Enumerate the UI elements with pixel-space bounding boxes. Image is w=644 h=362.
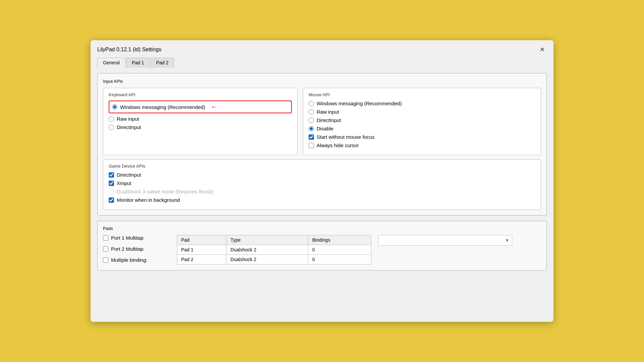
multiple-binding-row: Multiple binding: xyxy=(103,257,170,263)
mouse-always-hide-cursor-row: Always hide cursor xyxy=(309,142,535,148)
mouse-start-without-focus-row: Start without mouse focus xyxy=(309,134,535,140)
pads-section: Pads Port 1 Multitap Port 2 Multitap Mul… xyxy=(97,221,547,270)
port2-multitap-row: Port 2 Multitap xyxy=(103,246,170,252)
mouse-directinput-row: DirectInput xyxy=(309,117,535,123)
port1-multitap-row: Port 1 Multitap xyxy=(103,235,170,241)
col-pad: Pad xyxy=(177,235,226,245)
mouse-raw-input-radio[interactable] xyxy=(309,109,314,115)
row2-pad: Pad 2 xyxy=(177,255,226,264)
mouse-start-without-focus-label[interactable]: Start without mouse focus xyxy=(317,134,375,140)
tab-general[interactable]: General xyxy=(97,58,125,68)
multiple-binding-label[interactable]: Multiple binding: xyxy=(111,257,147,263)
keyboard-directinput-label[interactable]: DirectInput xyxy=(117,124,141,130)
game-dualshock-label: DualShock 3 native mode (Requires libusb… xyxy=(117,189,213,194)
game-device-apis-title: Game Device APIs xyxy=(109,164,535,169)
row2-type: Dualshock 2 xyxy=(226,255,308,264)
mouse-always-hide-cursor-label[interactable]: Always hide cursor xyxy=(317,142,359,148)
mouse-api-title: Mouse API xyxy=(309,92,535,97)
mouse-directinput-label[interactable]: DirectInput xyxy=(317,117,341,123)
game-monitor-background-label[interactable]: Monitor when in background xyxy=(117,197,180,203)
keyboard-windows-messaging-radio[interactable] xyxy=(112,104,117,110)
keyboard-raw-input-radio[interactable] xyxy=(109,116,114,122)
game-dualshock-row: DualShock 3 native mode (Requires libusb… xyxy=(109,189,535,194)
mouse-raw-input-row: Raw input xyxy=(309,109,535,115)
title-bar: LilyPad 0.12.1 (ld) Settings ✕ xyxy=(91,40,553,54)
game-directinput-row: DirectInput xyxy=(109,172,535,178)
input-apis-row: Keyboard API Windows messaging (Recommen… xyxy=(103,88,541,155)
mouse-raw-input-label[interactable]: Raw input xyxy=(317,109,339,115)
mouse-start-without-focus-checkbox[interactable] xyxy=(309,134,314,140)
game-directinput-checkbox[interactable] xyxy=(109,172,114,178)
mouse-disable-radio[interactable] xyxy=(309,126,314,131)
pads-table-wrapper: Pad Type Bindings Pad 1 Dualshock 2 0 xyxy=(177,235,371,264)
keyboard-windows-messaging-label[interactable]: Windows messaging (Recommended) xyxy=(120,104,205,110)
game-monitor-background-row: Monitor when in background xyxy=(109,197,535,203)
port2-multitap-label[interactable]: Port 2 Multitap xyxy=(111,246,144,252)
window-title: LilyPad 0.12.1 (ld) Settings xyxy=(97,47,161,53)
close-button[interactable]: ✕ xyxy=(537,45,547,54)
game-monitor-background-checkbox[interactable] xyxy=(109,197,114,203)
multiple-binding-checkbox[interactable] xyxy=(103,257,108,263)
keyboard-directinput-row: DirectInput xyxy=(109,124,292,130)
game-xinput-row: XInput xyxy=(109,180,535,186)
table-row[interactable]: Pad 2 Dualshock 2 0 xyxy=(177,255,371,264)
dropdown-stub[interactable]: ▼ xyxy=(378,235,512,246)
tab-bar: General Pad 1 Pad 2 xyxy=(91,54,553,68)
input-apis-title: Input APIs xyxy=(103,79,541,84)
tab-pad1[interactable]: Pad 1 xyxy=(126,58,150,68)
arrow-icon: ← xyxy=(210,103,218,111)
game-dualshock-checkbox xyxy=(109,189,114,194)
keyboard-directinput-radio[interactable] xyxy=(109,125,114,130)
game-directinput-label[interactable]: DirectInput xyxy=(117,172,141,178)
pads-title: Pads xyxy=(103,226,541,231)
dropdown-arrow-icon: ▼ xyxy=(505,238,509,243)
port1-multitap-checkbox[interactable] xyxy=(103,235,108,241)
content-area: Input APIs Keyboard API Windows messagin… xyxy=(91,68,553,277)
col-bindings: Bindings xyxy=(308,235,371,245)
tab-pad2[interactable]: Pad 2 xyxy=(150,58,174,68)
port2-multitap-checkbox[interactable] xyxy=(103,246,108,252)
port1-multitap-label[interactable]: Port 1 Multitap xyxy=(111,235,144,241)
keyboard-api-box: Keyboard API Windows messaging (Recommen… xyxy=(103,88,298,155)
mouse-windows-messaging-label[interactable]: Windows messaging (Recommended) xyxy=(317,101,401,106)
pads-row: Port 1 Multitap Port 2 Multitap Multiple… xyxy=(103,235,541,265)
game-xinput-label[interactable]: XInput xyxy=(117,180,131,186)
mouse-always-hide-cursor-checkbox[interactable] xyxy=(309,143,314,148)
input-apis-section: Input APIs Keyboard API Windows messagin… xyxy=(97,73,547,216)
row1-bindings: 0 xyxy=(308,245,371,255)
mouse-disable-label[interactable]: Disable xyxy=(317,126,333,131)
row1-pad: Pad 1 xyxy=(177,245,226,255)
mouse-directinput-radio[interactable] xyxy=(309,118,314,123)
mouse-windows-messaging-radio[interactable] xyxy=(309,101,314,106)
row1-type: Dualshock 2 xyxy=(226,245,308,255)
game-device-apis-box: Game Device APIs DirectInput XInput Dual… xyxy=(103,159,541,210)
mouse-api-box: Mouse API Windows messaging (Recommended… xyxy=(303,88,541,155)
table-row[interactable]: Pad 1 Dualshock 2 0 xyxy=(177,245,371,255)
keyboard-api-title: Keyboard API xyxy=(109,92,292,97)
pads-checkboxes: Port 1 Multitap Port 2 Multitap Multiple… xyxy=(103,235,170,265)
settings-window: LilyPad 0.12.1 (ld) Settings ✕ General P… xyxy=(91,40,553,322)
col-type: Type xyxy=(226,235,308,245)
mouse-disable-row: Disable xyxy=(309,126,535,131)
game-xinput-checkbox[interactable] xyxy=(109,181,114,186)
keyboard-raw-input-row: Raw input xyxy=(109,116,292,122)
row2-bindings: 0 xyxy=(308,255,371,264)
keyboard-windows-messaging-row: Windows messaging (Recommended) ← xyxy=(109,101,292,113)
mouse-windows-messaging-row: Windows messaging (Recommended) xyxy=(309,101,535,106)
keyboard-raw-input-label[interactable]: Raw input xyxy=(117,116,139,122)
pads-table: Pad Type Bindings Pad 1 Dualshock 2 0 xyxy=(177,235,371,264)
